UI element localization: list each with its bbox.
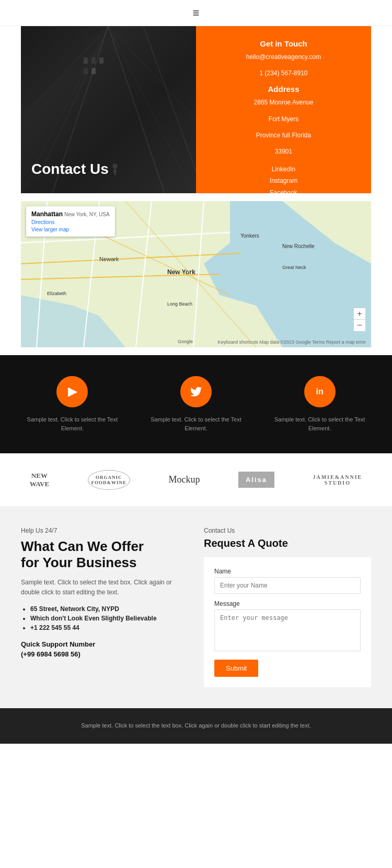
- logo-organic: ORGANICFOOD&WINE: [88, 470, 131, 490]
- contact-form: Name Message Submit: [204, 557, 371, 687]
- map-bg: New York Newark Yonkers New Rochelle Gre…: [21, 201, 371, 347]
- twitter-text: Sample text. Click to select the Text El…: [140, 415, 253, 432]
- social-links: LinkedIn Instagram Facebook: [212, 165, 355, 198]
- social-item-linkedin: in Sample text. Click to select the Text…: [258, 376, 382, 432]
- svg-text:Yonkers: Yonkers: [240, 233, 259, 239]
- contact-label: Contact Us: [204, 527, 371, 534]
- name-field-group: Name: [214, 568, 361, 594]
- social-instagram[interactable]: Instagram: [212, 176, 355, 186]
- offer-list-item: +1 222 545 55 44: [30, 624, 188, 631]
- svg-rect-10: [84, 68, 88, 74]
- address-section: 2865 Monroe Avenue Fort Myers Province f…: [212, 98, 355, 157]
- youtube-icon[interactable]: ▶: [56, 376, 88, 407]
- hero-title: Contact Us: [31, 161, 109, 178]
- header: ≡: [0, 0, 392, 26]
- hero-phone: 1 (234) 567-8910: [212, 68, 355, 78]
- map-section: New York Newark Yonkers New Rochelle Gre…: [21, 201, 371, 347]
- social-linkedin[interactable]: LinkedIn: [212, 165, 355, 174]
- logo-alisa: Alisa: [238, 472, 274, 488]
- footer: Sample text. Click to select the text bo…: [0, 708, 392, 744]
- svg-rect-8: [91, 57, 96, 64]
- svg-text:New Rochelle: New Rochelle: [282, 243, 315, 249]
- logo-newwave: NEWWAVE: [25, 469, 54, 490]
- hero-image: Contact Us: [21, 26, 196, 193]
- hero-email: hello@creativeagency.com: [212, 52, 355, 62]
- svg-rect-9: [99, 57, 103, 64]
- address-line1: 2865 Monroe Avenue: [212, 98, 355, 108]
- help-label: Help Us 24/7: [21, 527, 188, 534]
- map-view-larger[interactable]: View larger map: [31, 227, 110, 232]
- offer-left-col: Help Us 24/7 What Can We Offer for Your …: [21, 527, 188, 687]
- address-line4: 33901: [212, 147, 355, 157]
- logo-mockup: Mockup: [163, 472, 205, 488]
- svg-rect-11: [91, 68, 96, 74]
- map-location-sub: New York, NY, USA: [64, 212, 110, 217]
- offer-list-item: Which don't Look Even Slightly Believabl…: [30, 615, 188, 622]
- bottom-section: Help Us 24/7 What Can We Offer for Your …: [0, 506, 392, 708]
- zoom-in-button[interactable]: +: [354, 308, 365, 320]
- map-location-title: Manhattan: [31, 210, 63, 218]
- footer-text: Sample text. Click to select the text bo…: [21, 721, 371, 731]
- svg-text:Newark: Newark: [99, 256, 119, 262]
- message-textarea[interactable]: [214, 609, 361, 651]
- offer-list: 65 Street, Network City, NYPD Which don'…: [21, 605, 188, 631]
- svg-text:Google: Google: [178, 339, 193, 344]
- logos-section: NEWWAVE ORGANICFOOD&WINE Mockup Alisa JA…: [0, 453, 392, 506]
- svg-text:Elizabeth: Elizabeth: [47, 291, 66, 296]
- hero-section: Contact Us Get in Touch hello@creativeag…: [21, 26, 371, 193]
- offer-list-item: 65 Street, Network City, NYPD: [30, 605, 188, 613]
- name-input[interactable]: [214, 577, 361, 594]
- message-label: Message: [214, 600, 361, 607]
- social-section: ▶ Sample text. Click to select the Text …: [0, 355, 392, 453]
- linkedin-icon[interactable]: in: [304, 376, 336, 407]
- linkedin-text: Sample text. Click to select the Text El…: [263, 415, 376, 432]
- address-line3: Province full Florida: [212, 131, 355, 140]
- map-info-box: Manhattan New York, NY, USA Directions V…: [26, 206, 115, 237]
- svg-text:Great Neck: Great Neck: [282, 265, 306, 270]
- map-footer: Keyboard shortcuts Map data ©2023 Google…: [217, 339, 366, 345]
- twitter-icon[interactable]: [180, 376, 212, 407]
- offer-title: What Can We Offer for Your Business: [21, 538, 188, 571]
- support-number: Quick Support Number (+99 6984 5698 56): [21, 639, 188, 660]
- zoom-out-button[interactable]: −: [354, 320, 365, 331]
- contact-form-col: Contact Us Request A Quote Name Message …: [204, 527, 371, 687]
- svg-point-12: [112, 163, 118, 169]
- hero-orange-panel: Get in Touch hello@creativeagency.com 1 …: [196, 26, 371, 193]
- social-item-youtube: ▶ Sample text. Click to select the Text …: [10, 376, 134, 432]
- name-label: Name: [214, 568, 361, 575]
- logo-jamie: JAMIE&ANNIESTUDIO: [307, 472, 367, 488]
- address-title: Address: [212, 85, 355, 93]
- map-zoom-controls[interactable]: + −: [353, 308, 366, 332]
- message-field-group: Message: [214, 600, 361, 653]
- svg-text:Long Beach: Long Beach: [167, 301, 192, 307]
- submit-button[interactable]: Submit: [214, 660, 258, 677]
- map-directions[interactable]: Directions: [31, 219, 110, 225]
- request-title: Request A Quote: [204, 537, 371, 549]
- social-facebook[interactable]: Facebook: [212, 188, 355, 198]
- offer-description: Sample text. Click to select the text bo…: [21, 578, 188, 597]
- address-line2: Fort Myers: [212, 114, 355, 124]
- svg-rect-7: [84, 57, 88, 64]
- youtube-text: Sample text. Click to select the Text El…: [16, 415, 129, 432]
- hero-image-bg: Contact Us: [21, 26, 196, 193]
- get-in-touch-title: Get in Touch: [212, 39, 355, 48]
- social-item-twitter: Sample text. Click to select the Text El…: [134, 376, 258, 432]
- menu-icon[interactable]: ≡: [193, 6, 200, 20]
